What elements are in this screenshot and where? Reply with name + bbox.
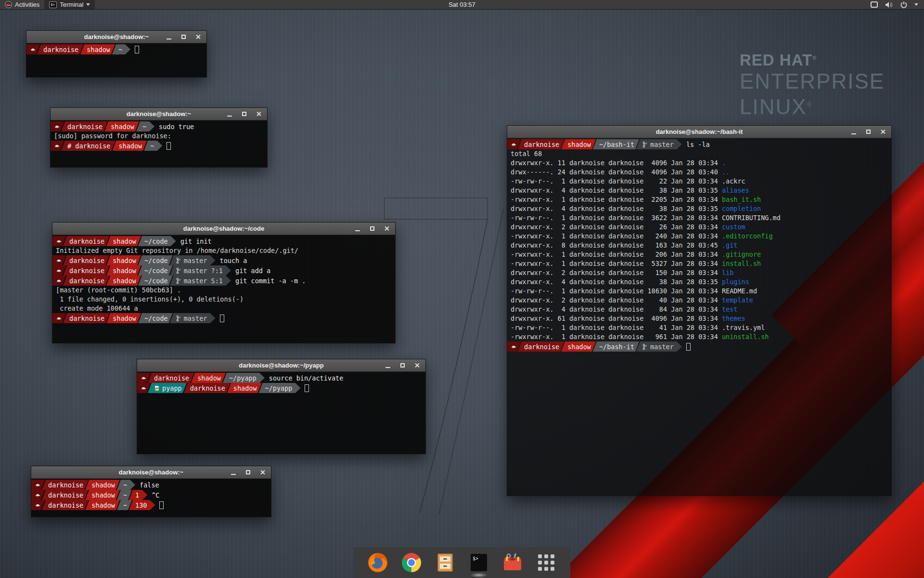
close-icon[interactable] [255,110,262,118]
terminal-content[interactable]: darknoiseshadow~ [26,43,206,77]
close-icon[interactable] [879,128,886,135]
minimize-icon[interactable] [230,469,237,476]
prompt-segment-user: darknoise [63,276,109,286]
maximize-icon[interactable] [180,33,187,40]
power-icon[interactable] [900,1,907,8]
close-icon[interactable] [383,225,390,232]
titlebar[interactable]: darknoise@shadow:~/pyapp [137,359,425,372]
minimize-icon[interactable] [385,362,391,369]
fedora-hat-icon [56,267,62,274]
ls-row: drwxrwxr-x. 61 darknoise darknoise 4096 … [507,314,891,323]
prompt-segment-host: shadow [561,139,596,149]
prompt-segment-path: ~/code [138,313,173,323]
branding-red-hat: RED HAT® [740,48,885,70]
titlebar[interactable]: darknoise@shadow:~/code [52,223,395,235]
prompt-segment-user: darknoise [184,383,230,393]
terminal-output-line: [master (root-commit) 50bcb63] . [52,286,395,295]
volume-icon[interactable] [885,1,893,8]
prompt-segment-host: shadow [106,265,141,276]
window-icon[interactable] [871,1,878,8]
ls-row: drwxrwxr-x. 4 darknoise darknoise 38 Jan… [507,204,891,213]
app-menu-terminal[interactable]: $> Terminal [44,0,95,9]
prompt-segment-host: shadow [227,383,262,393]
toolbox-icon[interactable] [502,552,523,573]
prompt-segment-venv: pyapp [148,383,187,393]
chevron-down-icon[interactable] [914,3,918,6]
prompt-segment-host: shadow [112,141,147,151]
prompt-segment-user: darknoise [518,342,564,352]
firefox-icon[interactable] [367,552,388,573]
maximize-icon[interactable] [399,362,406,369]
prompt-segment-user: darknoise [37,44,83,54]
system-status-area[interactable] [871,0,924,9]
ls-row: -rwxrwxr-x. 1 darknoise darknoise 206 Ja… [507,250,891,259]
prompt-line: darknoiseshadow~/codemaster ?:1git add a [52,265,395,276]
prompt-line: darknoiseshadow~false [31,480,271,490]
git-branch-icon [642,141,648,148]
prompt-segment-exit: 130 [129,500,155,510]
terminal-window-bash-it[interactable]: darknoise@shadow:~/bash-it darknoiseshad… [507,125,892,496]
prompt-segment-git: master [170,313,216,323]
prompt-segment-host: shadow [106,255,141,265]
maximize-icon[interactable] [241,110,247,118]
prompt-segment-user: darknoise [61,121,107,131]
command-text: sudo true [159,123,194,131]
maximize-icon[interactable] [244,469,251,476]
prompt-segment-host: shadow [85,490,120,500]
terminal-window-pyapp[interactable]: darknoise@shadow:~/pyapp darknoiseshadow… [137,359,426,454]
maximize-icon[interactable] [865,128,872,135]
maximize-icon[interactable] [369,225,375,232]
terminal-icon[interactable]: $> [468,552,489,573]
terminal-window-sudo[interactable]: darknoise@shadow:~ darknoiseshadow~sudo … [50,107,268,168]
fedora-hat-icon [54,143,60,149]
activities-button[interactable]: Activities [0,0,44,9]
titlebar[interactable]: darknoise@shadow:~ [26,31,206,43]
fedora-hat-icon [56,315,62,321]
prompt-segment-path: ~/pyapp [223,373,265,383]
minimize-icon[interactable] [226,110,233,118]
terminal-content[interactable]: darknoiseshadow~falsedarknoiseshadow~1^C… [31,479,271,517]
titlebar[interactable]: darknoise@shadow:~ [51,108,267,120]
chrome-icon[interactable] [401,552,422,573]
minimize-icon[interactable] [850,128,857,135]
fedora-hat-icon [30,46,36,53]
close-icon[interactable] [194,33,201,40]
terminal-output-line: create mode 100644 a [52,304,395,313]
terminal-output-line: 1 file changed, 0 insertions(+), 0 delet… [52,295,395,304]
prompt-line: darknoiseshadow~1^C [31,490,271,500]
command-text: git commit -a -m . [235,277,306,285]
terminal-cursor [167,142,171,150]
terminal-content[interactable]: darknoiseshadow~sudo true[sudo] password… [51,120,267,167]
file-name: CONTRIBUTING.md [722,214,781,222]
terminal-window-code[interactable]: darknoise@shadow:~/code darknoiseshadow~… [52,222,396,343]
running-indicator-glow [470,573,488,578]
minimize-icon[interactable] [166,33,172,40]
terminal-app-icon: $> [49,1,57,8]
app-grid-icon[interactable] [536,552,557,573]
window-title: darknoise@shadow:~/bash-it [507,128,891,135]
prompt-line: # darknoiseshadow~ [51,141,267,151]
close-icon[interactable] [413,362,420,369]
file-name: plugins [722,278,749,286]
titlebar[interactable]: darknoise@shadow:~/bash-it [507,126,891,138]
registered-mark: ® [807,101,813,108]
fedora-hat-icon [54,123,60,130]
fedora-hat-icon [511,141,517,147]
titlebar[interactable]: darknoise@shadow:~ [31,466,271,479]
fedora-hat-icon [35,482,41,488]
command-text: ^C [152,491,159,499]
clock[interactable]: Sat 03:57 [449,1,475,8]
terminal-icon-glyph: $> [473,556,478,561]
command-text: git add a [235,267,270,275]
terminal-content[interactable]: darknoiseshadow~/codegit initInitialized… [52,235,395,343]
terminal-content[interactable]: darknoiseshadow~/pyappsource bin/activat… [137,372,425,454]
command-text: ls -la [686,141,710,148]
files-icon[interactable] [435,552,456,573]
terminal-content[interactable]: darknoiseshadow~/bash-itmasterls -latota… [507,138,891,496]
fedora-hat-icon [56,238,62,244]
terminal-window-exitcodes[interactable]: darknoise@shadow:~ darknoiseshadow~false… [31,466,271,517]
command-text: touch a [220,257,247,264]
terminal-window-home-1[interactable]: darknoise@shadow:~ darknoiseshadow~ [26,30,207,78]
close-icon[interactable] [259,469,266,476]
minimize-icon[interactable] [354,225,361,232]
